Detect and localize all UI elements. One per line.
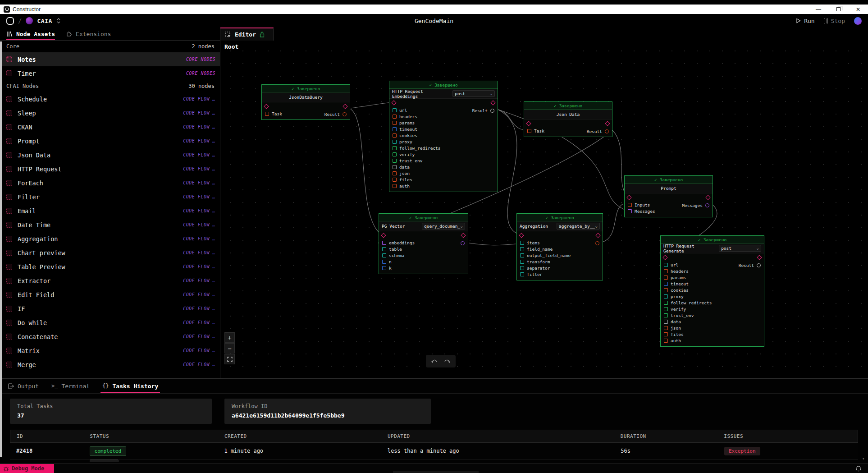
input-port[interactable]: [520, 253, 524, 257]
input-port[interactable]: [265, 112, 269, 116]
input-port[interactable]: [393, 165, 397, 169]
sidebar-item-edit-field[interactable]: Edit FieldCODE FLOW …: [0, 288, 220, 302]
input-port[interactable]: [664, 307, 668, 311]
issue-badge[interactable]: Exception: [724, 447, 760, 455]
run-button[interactable]: Run: [796, 18, 814, 24]
node-editor-canvas[interactable]: Root ✓ЗавершеноJsonDataQueryTaskResult✓З…: [221, 41, 868, 378]
flow-out-port[interactable]: [757, 255, 762, 260]
input-port[interactable]: [527, 129, 531, 133]
input-port[interactable]: [393, 140, 397, 144]
sidebar-item-email[interactable]: EmailCODE FLOW …: [0, 204, 220, 218]
close-button[interactable]: ✕: [848, 6, 868, 13]
flow-out-port[interactable]: [461, 233, 466, 238]
flow-out-port[interactable]: [605, 121, 610, 126]
workspace-avatar[interactable]: [26, 17, 33, 24]
minimize-button[interactable]: —: [809, 6, 828, 13]
sidebar-item-extractor[interactable]: ExtractorCODE FLOW …: [0, 274, 220, 288]
node-pg-vector[interactable]: ✓ЗавершеноPG Vectorquery_documen_⌄embedd…: [379, 213, 468, 274]
sidebar-item-ckan[interactable]: CKANCODE FLOW …: [0, 120, 220, 134]
input-port[interactable]: [382, 266, 386, 270]
output-port[interactable]: [605, 129, 609, 133]
flow-in-port[interactable]: [264, 104, 269, 109]
sidebar-item-filter[interactable]: FilterCODE FLOW …: [0, 190, 220, 204]
zoom-in-button[interactable]: +: [224, 332, 235, 343]
input-port[interactable]: [664, 326, 668, 330]
tab-terminal[interactable]: >_ Terminal: [51, 379, 90, 393]
input-port[interactable]: [393, 146, 397, 150]
input-port[interactable]: [382, 253, 386, 257]
sidebar-item-json-data[interactable]: Json DataCODE FLOW …: [0, 148, 220, 162]
table-scrollbar-arrow[interactable]: ▾: [862, 457, 864, 461]
flow-out-port[interactable]: [595, 233, 600, 238]
input-port[interactable]: [664, 276, 668, 280]
input-port[interactable]: [664, 269, 668, 273]
node-http-request-embeddings[interactable]: ✓ЗавершеноHTTP Request Embeddingspost⌄ur…: [389, 81, 498, 192]
flow-in-port[interactable]: [662, 255, 667, 260]
node-prompt[interactable]: ✓ЗавершеноPromptInputsMessagesMessages: [624, 175, 713, 217]
input-port[interactable]: [393, 121, 397, 125]
sidebar-item-foreach[interactable]: ForEachCODE FLOW …: [0, 176, 220, 190]
node-json-data-query[interactable]: ✓ЗавершеноJsonDataQueryTaskResult: [261, 84, 350, 120]
sidebar-item-matrix[interactable]: MatrixCODE FLOW …: [0, 344, 220, 358]
sidebar-scrollbar[interactable]: [0, 41, 2, 457]
input-port[interactable]: [393, 159, 397, 163]
sidebar-item-date-time[interactable]: Date TimeCODE FLOW …: [0, 218, 220, 232]
output-port[interactable]: [461, 241, 465, 245]
input-port[interactable]: [382, 247, 386, 251]
sidebar-item-concatenate[interactable]: ConcatenateCODE FLOW …: [0, 330, 220, 344]
input-port[interactable]: [628, 209, 632, 213]
input-port[interactable]: [393, 127, 397, 131]
input-port[interactable]: [664, 301, 668, 305]
sidebar-item-prompt[interactable]: PromptCODE FLOW …: [0, 134, 220, 148]
flow-out-port[interactable]: [490, 100, 495, 105]
debug-mode-badge[interactable]: Debug Mode: [0, 464, 54, 473]
input-port[interactable]: [520, 272, 524, 276]
input-port[interactable]: [393, 152, 397, 156]
input-port[interactable]: [664, 294, 668, 298]
input-port[interactable]: [664, 313, 668, 317]
sidebar-item-chart-preview[interactable]: Chart previewCODE FLOW …: [0, 246, 220, 260]
input-port[interactable]: [664, 263, 668, 267]
flow-in-port[interactable]: [391, 100, 396, 105]
output-port[interactable]: [343, 112, 347, 116]
input-port[interactable]: [393, 108, 397, 112]
sidebar-item-schedule[interactable]: ScheduleCODE FLOW …: [0, 92, 220, 106]
workspace-switcher-icon[interactable]: [56, 18, 61, 24]
input-port[interactable]: [520, 266, 524, 270]
input-port[interactable]: [664, 332, 668, 336]
output-port[interactable]: [490, 109, 494, 113]
sidebar-item-timer[interactable]: TimerCORE NODES: [0, 66, 220, 80]
node-json-data[interactable]: ✓ЗавершеноJson DataTaskResult: [524, 101, 612, 137]
node-mode-dropdown[interactable]: query_documen_⌄: [422, 223, 465, 230]
input-port[interactable]: [393, 133, 397, 138]
flow-in-port[interactable]: [519, 233, 524, 238]
tab-node-assets[interactable]: Node Assets: [6, 28, 55, 40]
restore-button[interactable]: [828, 6, 848, 13]
sidebar-item-http-request[interactable]: HTTP RequestCODE FLOW …: [0, 162, 220, 176]
tab-extensions[interactable]: Extensions: [66, 28, 111, 40]
sidebar-item-table-preview[interactable]: Table PreviewCODE FLOW …: [0, 260, 220, 274]
stop-button[interactable]: Stop: [824, 18, 845, 24]
notifications-bell-icon[interactable]: [855, 465, 862, 472]
sidebar-item-aggregation[interactable]: AggregationCODE FLOW …: [0, 232, 220, 246]
flow-out-port[interactable]: [705, 195, 710, 200]
node-mode-dropdown[interactable]: aggregate_by__⌄: [557, 223, 600, 230]
node-mode-dropdown[interactable]: post⌄: [719, 245, 761, 252]
sidebar-item-notes[interactable]: NotesCORE NODES: [0, 52, 220, 66]
node-mode-dropdown[interactable]: post⌄: [452, 90, 495, 97]
fit-view-button[interactable]: [224, 354, 235, 364]
input-port[interactable]: [382, 260, 386, 264]
zoom-out-button[interactable]: −: [224, 343, 235, 354]
os-titlebar[interactable]: Constructor — ✕: [0, 5, 868, 14]
undo-icon[interactable]: [431, 358, 438, 364]
flow-in-port[interactable]: [381, 233, 386, 238]
input-port[interactable]: [382, 241, 386, 245]
tab-tasks-history[interactable]: {} Tasks History: [102, 379, 158, 393]
input-port[interactable]: [520, 247, 524, 251]
input-port[interactable]: [628, 203, 632, 207]
tab-editor[interactable]: Editor: [220, 28, 274, 41]
user-avatar[interactable]: [854, 17, 862, 25]
output-port[interactable]: [757, 263, 761, 267]
input-port[interactable]: [664, 320, 668, 324]
tab-output[interactable]: Output: [8, 379, 39, 393]
